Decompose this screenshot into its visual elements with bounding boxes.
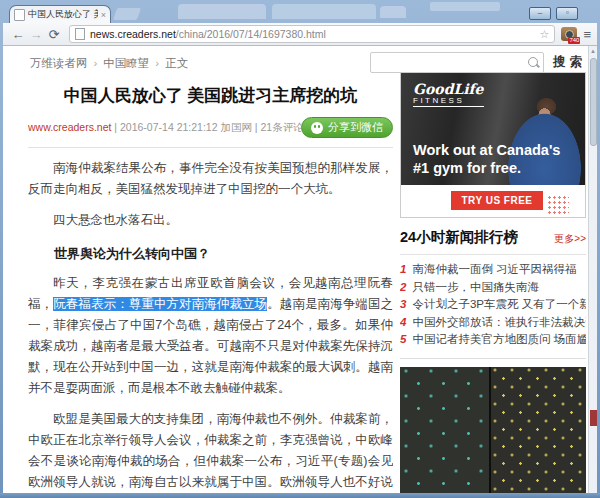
paragraph-text: 。越南是南海争端国之一，菲律宾侵占了中国7个岛礁，越南侵占了24个，最多。如果仲… xyxy=(28,297,393,395)
article: 中国人民放心了 美国跳进习主席挖的坑 www.creaders.net | 20… xyxy=(28,78,393,493)
bookmark-star-icon[interactable]: ☆ xyxy=(540,28,550,41)
background-window-tab xyxy=(272,4,376,19)
paragraph: 昨天，李克强在蒙古出席亚欧首脑会议，会见越南总理阮春福，阮春福表示：尊重中方对南… xyxy=(28,273,393,399)
ad-cta-row: TRY US FREE xyxy=(401,185,585,217)
menu-icon[interactable]: ≡ xyxy=(583,27,591,42)
breadcrumb: 万维读者网›中国瞭望›正文 xyxy=(30,56,188,71)
minimize-button[interactable]: – xyxy=(529,7,551,20)
tab-close-icon[interactable]: × xyxy=(101,10,106,20)
share-wechat-button[interactable]: 分享到微信 xyxy=(301,117,393,138)
breadcrumb-section[interactable]: 中国瞭望 xyxy=(103,57,149,69)
page-icon xyxy=(75,28,85,40)
forward-button[interactable]: → xyxy=(27,27,45,42)
search-icon xyxy=(528,57,538,67)
article-meta-row: www.creaders.net | 2016-07-14 21:21:12 加… xyxy=(28,117,393,148)
list-item[interactable]: 2只错一步，中国痛失南海 xyxy=(400,279,586,297)
ad-photo: GoodLife FITNESS Work out at Canada's #1… xyxy=(401,73,585,185)
article-body: 南海仲裁案结果公布，事件完全没有按美国预想的那样发展，反而走向相反，美国猛然发现… xyxy=(28,158,393,493)
scrollbar-up-icon[interactable]: ▲ xyxy=(589,46,597,56)
background-window-fragment xyxy=(430,2,500,11)
extension-icon[interactable]: 740 xyxy=(561,27,577,41)
share-label: 分享到微信 xyxy=(328,120,383,135)
paragraph: 四大悬念也水落石出。 xyxy=(28,210,393,231)
window-frame-bottom xyxy=(0,493,600,498)
new-tab-button[interactable] xyxy=(113,8,141,20)
source-link[interactable]: www.creaders.net xyxy=(28,121,111,133)
tab-title: 中国人民放心了 美国跳进 xyxy=(28,8,98,21)
meta-text: | 2016-07-14 21:21:12 加国网 | 21条评论 | 查看/发… xyxy=(111,121,301,133)
back-button[interactable]: ← xyxy=(9,27,27,42)
list-item[interactable]: 1南海仲裁一面倒 习近平因祸得福 xyxy=(400,261,586,279)
ranking-title: 24小时新闻排行榜 xyxy=(400,228,518,247)
page-favicon-icon xyxy=(14,9,25,21)
rank-link[interactable]: 令计划之子3P车震死 又有了一个新说法 xyxy=(412,298,586,310)
ranking-header: 24小时新闻排行榜 更多>> xyxy=(400,228,586,255)
news-ranking: 24小时新闻排行榜 更多>> 1南海仲裁一面倒 习近平因祸得福 2只错一步，中国… xyxy=(400,228,586,359)
list-item[interactable]: 4中国外交部放话：谁执行非法裁决试试 xyxy=(400,314,586,332)
address-bar[interactable]: news.creaders.net/china/2016/07/14/16973… xyxy=(69,25,555,43)
extension-badge: 740 xyxy=(568,37,580,44)
page-scrollbar[interactable]: ▲ xyxy=(588,46,597,493)
goodlife-logo: GoodLife FITNESS xyxy=(413,82,484,107)
halftone-decoration xyxy=(547,195,569,214)
scrollbar-thumb[interactable] xyxy=(590,58,597,146)
section-heading: 世界舆论为什么转向中国？ xyxy=(28,245,393,263)
try-us-free-button[interactable]: TRY US FREE xyxy=(451,191,543,210)
list-item[interactable]: 5中国记者持美官方地图质问 场面尴尬 xyxy=(400,331,586,349)
background-window-tab xyxy=(178,4,266,19)
dotted-ad-panel[interactable] xyxy=(400,367,586,494)
paragraph: 南海仲裁案结果公布，事件完全没有按美国预想的那样发展，反而走向相反，美国猛然发现… xyxy=(28,158,393,200)
dotted-panel-right xyxy=(491,367,586,494)
logo-line2: FITNESS xyxy=(413,96,484,107)
breadcrumb-separator: › xyxy=(94,57,98,69)
scrollbar-find-marker xyxy=(590,410,597,426)
rank-link[interactable]: 中国外交部放话：谁执行非法裁决试试 xyxy=(412,316,586,328)
rank-link[interactable]: 中国记者持美官方地图质问 场面尴尬 xyxy=(412,333,586,345)
rank-number: 2 xyxy=(400,281,406,293)
list-item[interactable]: 3令计划之子3P车震死 又有了一个新说法 xyxy=(400,296,586,314)
rank-number: 3 xyxy=(400,298,406,310)
article-title: 中国人民放心了 美国跳进习主席挖的坑 xyxy=(28,84,393,107)
search-button[interactable]: 搜索 xyxy=(553,54,586,71)
window-frame-left xyxy=(0,0,3,498)
maximize-button[interactable]: ▫ xyxy=(556,7,578,20)
ad-headline-line1: Work out at Canada's xyxy=(413,141,560,159)
web-page: 万维读者网›中国瞭望›正文 搜索 中国人民放心了 美国跳进习主席挖的坑 www.… xyxy=(3,46,588,493)
ad-headline: Work out at Canada's #1 gym for free. xyxy=(413,141,560,177)
logo-line1: GoodLife xyxy=(413,82,484,96)
search-input[interactable] xyxy=(370,52,544,73)
browser-toolbar: ← → ⟳ news.creaders.net/china/2016/07/14… xyxy=(3,23,597,46)
paragraph: 欧盟是美国最大的支持集团，南海仲裁也不例外。仲裁案前，中欧正在北京举行领导人会议… xyxy=(28,409,393,493)
reload-button[interactable]: ⟳ xyxy=(45,27,63,42)
dotted-panel-left xyxy=(400,367,491,494)
sidebar: GoodLife FITNESS Work out at Canada's #1… xyxy=(400,72,586,493)
article-meta: www.creaders.net | 2016-07-14 21:21:12 加… xyxy=(28,121,301,135)
ranking-list: 1南海仲裁一面倒 习近平因祸得福 2只错一步，中国痛失南海 3令计划之子3P车震… xyxy=(400,261,586,349)
rank-number: 4 xyxy=(400,316,406,328)
rank-number: 5 xyxy=(400,333,406,345)
rank-number: 1 xyxy=(400,263,406,275)
rank-link[interactable]: 只错一步，中国痛失南海 xyxy=(412,281,539,293)
divider xyxy=(400,358,586,359)
ad-banner[interactable]: GoodLife FITNESS Work out at Canada's #1… xyxy=(400,72,586,218)
breadcrumb-separator: › xyxy=(155,57,159,69)
url-path: /china/2016/07/14/1697380.html xyxy=(176,28,326,40)
selected-text: 阮春福表示：尊重中方对南海仲裁立场 xyxy=(53,297,267,311)
ad-headline-line2: #1 gym for free. xyxy=(413,159,560,177)
url-text: news.creaders.net/china/2016/07/14/16973… xyxy=(90,28,326,40)
browser-tab[interactable]: 中国人民放心了 美国跳进 × xyxy=(9,5,111,23)
url-domain: news.creaders.net xyxy=(90,28,176,40)
rank-link[interactable]: 南海仲裁一面倒 习近平因祸得福 xyxy=(412,263,576,275)
more-link[interactable]: 更多>> xyxy=(554,232,586,246)
breadcrumb-current: 正文 xyxy=(165,57,188,69)
breadcrumb-home[interactable]: 万维读者网 xyxy=(30,57,88,69)
background-window-tab xyxy=(380,6,406,18)
wechat-icon xyxy=(311,122,323,134)
